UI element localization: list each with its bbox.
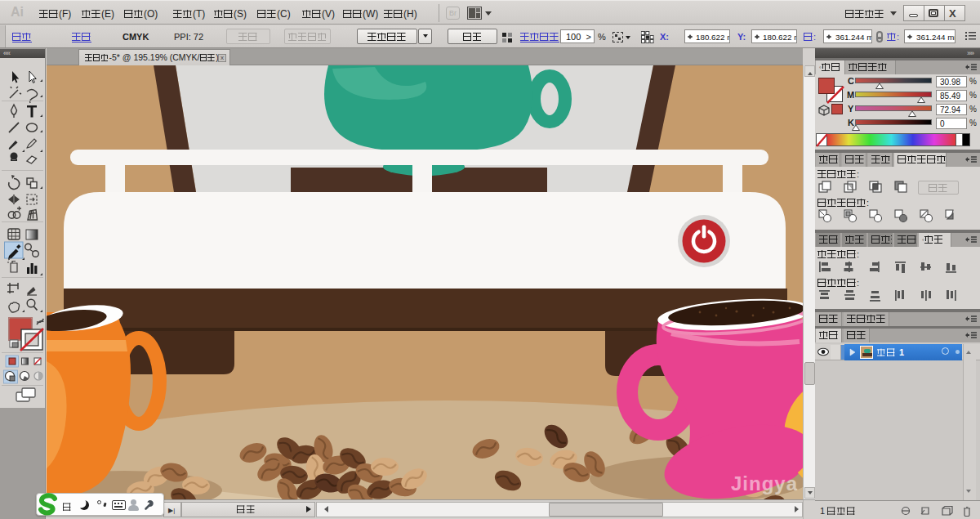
svg-text:Jingya: Jingya <box>731 472 798 494</box>
